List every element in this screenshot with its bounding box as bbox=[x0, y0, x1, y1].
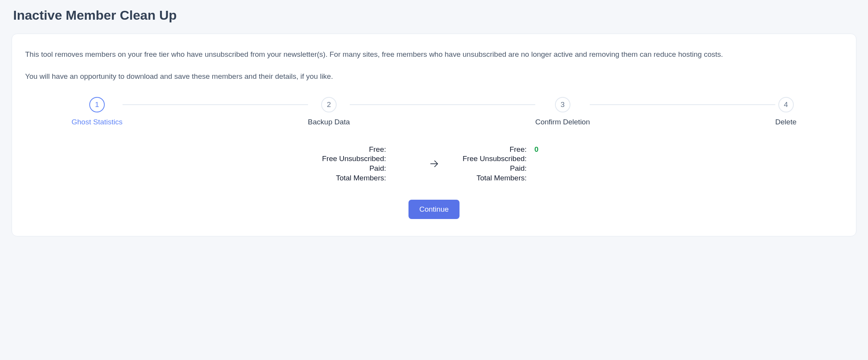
stats-before: Free: Free Unsubscribed: Paid: Total Mem… bbox=[322, 145, 405, 183]
stepper: 1 Ghost Statistics 2 Backup Data 3 Confi… bbox=[71, 97, 797, 126]
step-connector bbox=[123, 104, 308, 105]
step-connector bbox=[350, 104, 535, 105]
step-number: 2 bbox=[321, 97, 337, 112]
step-connector bbox=[590, 104, 775, 105]
stat-label-free-unsub: Free Unsubscribed: bbox=[463, 154, 527, 164]
stats-after: Free: Free Unsubscribed: Paid: Total Mem… bbox=[463, 145, 546, 183]
step-label: Backup Data bbox=[308, 118, 350, 126]
stat-label-free: Free: bbox=[463, 145, 527, 155]
arrow-right-icon bbox=[429, 158, 439, 169]
stat-label-total: Total Members: bbox=[322, 173, 386, 183]
step-number: 1 bbox=[89, 97, 105, 112]
step-delete[interactable]: 4 Delete bbox=[775, 97, 797, 126]
button-row: Continue bbox=[25, 200, 843, 219]
step-label: Confirm Deletion bbox=[535, 118, 590, 126]
stat-label-free: Free: bbox=[322, 145, 386, 155]
stat-label-total: Total Members: bbox=[463, 173, 527, 183]
step-label: Delete bbox=[775, 118, 797, 126]
step-backup-data[interactable]: 2 Backup Data bbox=[308, 97, 350, 126]
stat-label-paid: Paid: bbox=[463, 164, 527, 173]
intro-paragraph-2: You will have an opportunity to download… bbox=[25, 70, 843, 83]
stat-label-paid: Paid: bbox=[322, 164, 386, 173]
step-confirm-deletion[interactable]: 3 Confirm Deletion bbox=[535, 97, 590, 126]
step-label: Ghost Statistics bbox=[71, 118, 123, 126]
step-number: 4 bbox=[778, 97, 794, 112]
stats-container: Free: Free Unsubscribed: Paid: Total Mem… bbox=[25, 145, 843, 183]
continue-button[interactable]: Continue bbox=[408, 200, 460, 219]
stat-label-free-unsub: Free Unsubscribed: bbox=[322, 154, 386, 164]
step-number: 3 bbox=[555, 97, 570, 112]
stat-value-free-unsub: 0 bbox=[534, 145, 546, 155]
step-ghost-statistics[interactable]: 1 Ghost Statistics bbox=[71, 97, 123, 126]
page-title: Inactive Member Clean Up bbox=[13, 8, 856, 23]
main-card: This tool removes members on your free t… bbox=[12, 34, 856, 236]
intro-paragraph-1: This tool removes members on your free t… bbox=[25, 48, 843, 61]
